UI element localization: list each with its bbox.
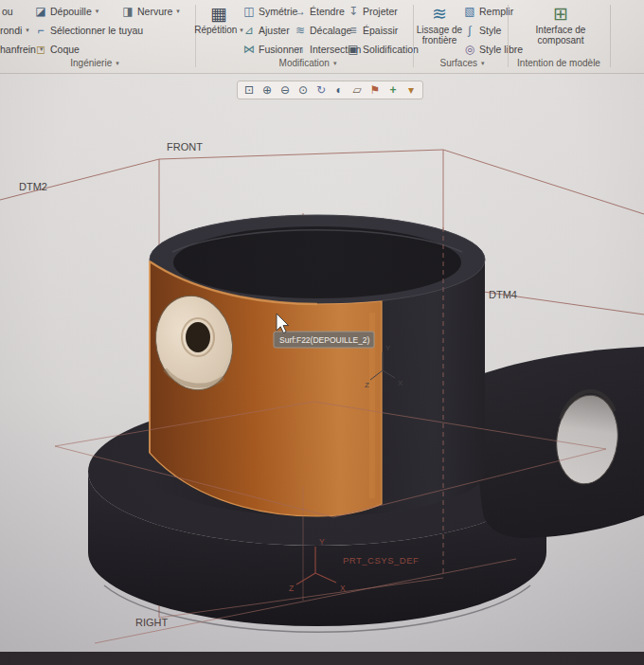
button-trou[interactable]: ou bbox=[2, 3, 13, 19]
datum-label-dtm2[interactable]: DTM2 bbox=[19, 181, 47, 192]
in-graphics-toolbar: ⊡ ⊕ ⊖ ⊙ ↻ ◐ ▱ ⚑ + ▾ bbox=[237, 81, 423, 99]
button-depouille[interactable]: ◪ Dépouille ▾ bbox=[34, 3, 98, 19]
caption-label: Surfaces bbox=[440, 58, 477, 68]
button-projeter-label: Projeter bbox=[363, 6, 398, 17]
tooltip-text: Surf:F22(DEPOUILLE_2) bbox=[279, 335, 370, 345]
button-symetrie-label: Symétrie bbox=[259, 6, 297, 17]
group-caption-ingenierie[interactable]: Ingénierie ▾ bbox=[28, 58, 161, 68]
button-repetition-label: Répétition bbox=[194, 25, 237, 35]
datum-label-dtm4[interactable]: DTM4 bbox=[489, 289, 517, 300]
chevron-down-icon: ▾ bbox=[176, 8, 180, 15]
caption-label: Intention de modèle bbox=[517, 58, 600, 68]
caption-label: Ingénierie bbox=[70, 58, 112, 68]
hole-bore[interactable] bbox=[186, 322, 210, 352]
repaint-icon[interactable]: ↻ bbox=[313, 82, 330, 98]
button-style-libre-label: Style libre bbox=[479, 44, 523, 55]
chevron-down-icon: ▾ bbox=[116, 60, 119, 67]
component-interface-icon: ⊞ bbox=[553, 4, 568, 24]
thicken-icon: ≡ bbox=[347, 25, 360, 36]
button-chanfrein-label: hanfrein bbox=[0, 44, 36, 55]
button-projeter[interactable]: ↧ Projeter bbox=[347, 3, 398, 19]
datum-label-right[interactable]: RIGHT bbox=[135, 617, 169, 628]
fill-icon: ▧ bbox=[463, 6, 476, 17]
button-repetition-labelrow: Répétition ▾ bbox=[194, 25, 243, 35]
group-separator bbox=[508, 5, 509, 67]
button-interface-composant[interactable]: ⊞ Interface de composant bbox=[527, 4, 595, 45]
zoom-in-icon[interactable]: ⊕ bbox=[259, 82, 276, 98]
part-flange[interactable] bbox=[477, 347, 644, 538]
intersect-icon: ∩ bbox=[294, 44, 307, 55]
button-solidification-label: Solidification bbox=[363, 44, 419, 55]
button-tuyau-label: Sélectionner le tuyau bbox=[50, 25, 143, 36]
boundary-blend-icon: ≋ bbox=[432, 4, 447, 24]
rib-icon: ◨ bbox=[121, 6, 134, 17]
datum-display-icon[interactable]: ▱ bbox=[349, 82, 366, 98]
button-selectionner-tuyau[interactable]: ⌐ Sélectionner le tuyau bbox=[34, 22, 143, 38]
button-style-libre[interactable]: ◎ Style libre bbox=[463, 41, 523, 57]
zoom-out-icon[interactable]: ⊖ bbox=[277, 82, 294, 98]
chevron-down-icon: ▾ bbox=[333, 60, 337, 67]
button-etendre-label: Étendre bbox=[310, 6, 345, 17]
button-lissage-frontiere[interactable]: ≋ Lissage de frontière bbox=[415, 4, 464, 45]
caption-label: Modification bbox=[279, 58, 330, 68]
button-symetrie[interactable]: ◫ Symétrie bbox=[242, 3, 297, 19]
zoom-window-icon[interactable]: ⊡ bbox=[241, 82, 258, 98]
button-repetition[interactable]: ▦ Répétition ▾ bbox=[196, 4, 242, 35]
display-style-icon[interactable]: ◐ bbox=[331, 82, 348, 98]
offset-icon: ≋ bbox=[294, 25, 307, 36]
graphics-viewport[interactable]: ⊡ ⊕ ⊖ ⊙ ↻ ◐ ▱ ⚑ + ▾ bbox=[0, 74, 644, 652]
datum-label-front[interactable]: FRONT bbox=[167, 141, 203, 153]
pipe-icon: ⌐ bbox=[34, 25, 47, 36]
selection-tooltip: Surf:F22(DEPOUILLE_2) bbox=[274, 332, 374, 348]
button-arrondi-label: rondi bbox=[0, 25, 22, 36]
annotation-display-icon[interactable]: ⚑ bbox=[367, 82, 384, 98]
trim-icon: ⊿ bbox=[242, 25, 256, 36]
spin-center-icon[interactable]: + bbox=[385, 82, 402, 98]
group-caption-surfaces[interactable]: Surfaces ▾ bbox=[417, 58, 508, 68]
style-icon: ∫ bbox=[463, 25, 476, 36]
3d-scene[interactable]: Y Z X Y Z X PRT_CSYS_DEF FRONT DTM2 DTM4… bbox=[0, 74, 644, 652]
button-coque[interactable]: ◻ Coque bbox=[34, 41, 80, 57]
button-ajuster[interactable]: ⊿ Ajuster bbox=[242, 22, 290, 38]
pattern-icon: ▦ bbox=[210, 4, 227, 24]
group-separator bbox=[610, 5, 611, 67]
refit-icon[interactable]: ⊙ bbox=[295, 82, 312, 98]
button-coque-label: Coque bbox=[50, 44, 80, 55]
button-arrondi[interactable]: rondi ▾ bbox=[0, 22, 29, 38]
axis-x-label: X bbox=[340, 584, 346, 593]
drum-interior[interactable] bbox=[173, 226, 461, 298]
bottom-bar bbox=[0, 652, 644, 665]
button-decalage-label: Décalage bbox=[310, 25, 351, 36]
button-solidification[interactable]: ▣ Solidification bbox=[347, 41, 419, 57]
freestyle-icon: ◎ bbox=[463, 44, 476, 55]
group-caption-modification[interactable]: Modification ▾ bbox=[242, 58, 374, 68]
merge-icon: ⋈ bbox=[242, 44, 256, 55]
button-epaissir-label: Épaissir bbox=[363, 25, 398, 36]
button-style[interactable]: ∫ Style bbox=[463, 22, 501, 38]
group-caption-intention[interactable]: Intention de modèle bbox=[510, 58, 608, 68]
csys-label[interactable]: PRT_CSYS_DEF bbox=[343, 555, 419, 566]
axis-z-label: Z bbox=[365, 381, 369, 389]
button-interface-label: Interface de composant bbox=[527, 25, 595, 45]
button-epaissir[interactable]: ≡ Épaissir bbox=[347, 22, 398, 38]
solidify-icon: ▣ bbox=[347, 44, 360, 55]
axis-y-label: Y bbox=[385, 344, 391, 352]
button-style-label: Style bbox=[479, 25, 501, 36]
chevron-down-icon: ▾ bbox=[26, 27, 29, 34]
button-remplir[interactable]: ▧ Remplir bbox=[463, 3, 513, 19]
project-icon: ↧ bbox=[347, 6, 360, 17]
button-etendre[interactable]: → Étendre bbox=[294, 3, 345, 19]
extend-icon: → bbox=[294, 6, 307, 17]
button-nervure-label: Nervure bbox=[137, 6, 172, 17]
mirror-icon: ◫ bbox=[242, 6, 256, 17]
button-nervure[interactable]: ◨ Nervure ▾ bbox=[121, 3, 180, 19]
draft-icon: ◪ bbox=[34, 6, 47, 17]
axis-x-label: X bbox=[398, 379, 403, 387]
view-options-icon[interactable]: ▾ bbox=[402, 82, 420, 98]
chevron-down-icon: ▾ bbox=[96, 8, 99, 15]
shell-icon: ◻ bbox=[34, 44, 47, 55]
group-separator bbox=[413, 5, 414, 67]
button-depouille-label: Dépouille bbox=[50, 6, 92, 17]
button-decalage[interactable]: ≋ Décalage bbox=[294, 22, 351, 38]
axis-z-label: Z bbox=[289, 584, 294, 593]
